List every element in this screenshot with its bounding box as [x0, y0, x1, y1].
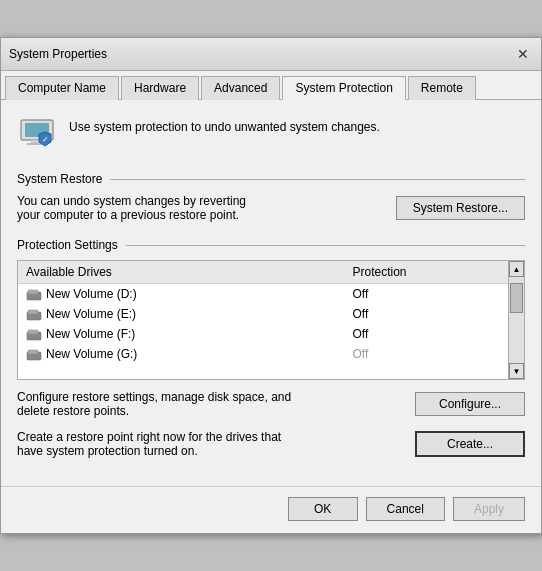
close-button[interactable]: ✕ [513, 44, 533, 64]
svg-rect-7 [28, 290, 38, 294]
drive-protection-cell: Off [344, 324, 524, 344]
drive-name-cell: New Volume (F:) [18, 324, 344, 344]
tab-remote[interactable]: Remote [408, 76, 476, 100]
configure-description: Configure restore settings, manage disk … [17, 390, 407, 418]
col-protection: Protection [344, 261, 524, 284]
drive-name-cell: New Volume (D:) [18, 284, 344, 305]
apply-button[interactable]: Apply [453, 497, 525, 521]
info-description: Use system protection to undo unwanted s… [69, 112, 380, 134]
drive-protection-cell: Off [344, 304, 524, 324]
scrollbar-down-button[interactable]: ▼ [509, 363, 524, 379]
protection-settings-label: Protection Settings [17, 238, 525, 252]
drive-protection-cell: Off [344, 284, 524, 305]
restore-description: You can undo system changes by reverting… [17, 194, 384, 222]
title-bar: System Properties ✕ [1, 38, 541, 71]
svg-rect-13 [28, 350, 38, 354]
col-available-drives: Available Drives [18, 261, 344, 284]
table-row[interactable]: New Volume (D:)Off [18, 284, 524, 305]
system-restore-label: System Restore [17, 172, 525, 186]
bottom-buttons: OK Cancel Apply [1, 486, 541, 533]
system-properties-window: System Properties ✕ Computer Name Hardwa… [0, 37, 542, 534]
drive-icon [26, 309, 42, 321]
table-row[interactable]: New Volume (G:)Off [18, 344, 524, 364]
tab-hardware[interactable]: Hardware [121, 76, 199, 100]
scrollbar-up-button[interactable]: ▲ [509, 261, 524, 277]
drive-icon [26, 289, 42, 301]
drive-name-cell: New Volume (E:) [18, 304, 344, 324]
shield-icon: ✓ [17, 112, 57, 152]
drive-icon [26, 349, 42, 361]
create-row: Create a restore point right now for the… [17, 430, 525, 458]
drive-icon [26, 329, 42, 341]
restore-row: You can undo system changes by reverting… [17, 194, 525, 222]
tab-advanced[interactable]: Advanced [201, 76, 280, 100]
svg-text:✓: ✓ [42, 135, 49, 144]
tab-content: ✓ Use system protection to undo unwanted… [1, 100, 541, 482]
system-protection-icon: ✓ [17, 112, 57, 152]
window-title: System Properties [9, 47, 107, 61]
ok-button[interactable]: OK [288, 497, 358, 521]
scrollbar-thumb[interactable] [510, 283, 523, 313]
scrollbar[interactable]: ▲ ▼ [508, 261, 524, 379]
svg-rect-9 [28, 310, 38, 314]
configure-button[interactable]: Configure... [415, 392, 525, 416]
table-row[interactable]: New Volume (E:)Off [18, 304, 524, 324]
cancel-button[interactable]: Cancel [366, 497, 445, 521]
info-section: ✓ Use system protection to undo unwanted… [17, 112, 525, 156]
tab-bar: Computer Name Hardware Advanced System P… [1, 71, 541, 100]
create-button[interactable]: Create... [415, 431, 525, 457]
table-row[interactable]: New Volume (F:)Off [18, 324, 524, 344]
tab-computer-name[interactable]: Computer Name [5, 76, 119, 100]
configure-row: Configure restore settings, manage disk … [17, 390, 525, 418]
tab-system-protection[interactable]: System Protection [282, 76, 405, 100]
drive-protection-cell: Off [344, 344, 524, 364]
protection-settings-section: Protection Settings Available Drives Pro… [17, 238, 525, 458]
drives-table: Available Drives Protection New Volume (… [18, 261, 524, 364]
system-restore-button[interactable]: System Restore... [396, 196, 525, 220]
system-restore-section: System Restore You can undo system chang… [17, 172, 525, 222]
create-description: Create a restore point right now for the… [17, 430, 407, 458]
drives-table-wrapper: Available Drives Protection New Volume (… [17, 260, 525, 380]
svg-rect-11 [28, 330, 38, 334]
drive-name-cell: New Volume (G:) [18, 344, 344, 364]
